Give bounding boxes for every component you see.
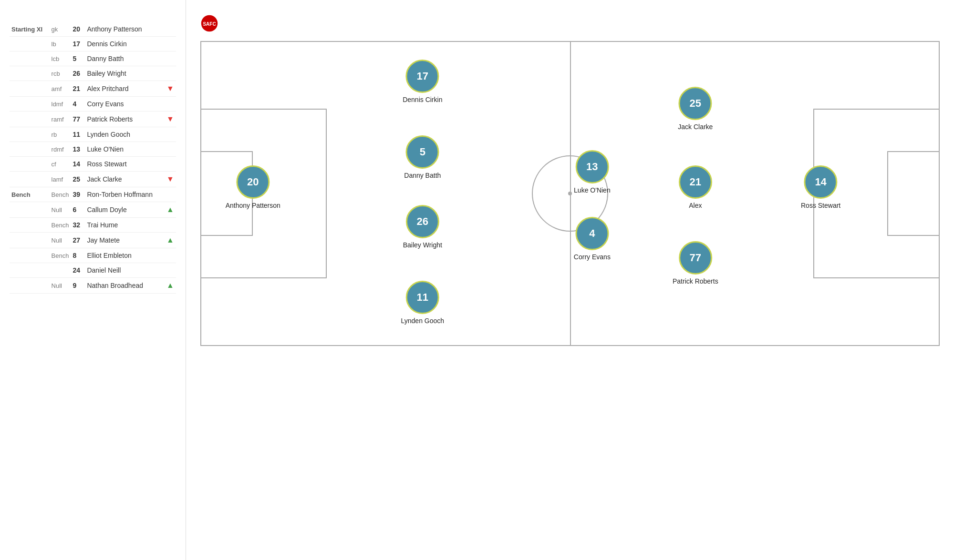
player-name: Jay Matete xyxy=(85,233,165,248)
player-number: 11 xyxy=(71,127,85,142)
player-pos: ramf xyxy=(50,112,71,127)
player-p11: 11Lynden Gooch xyxy=(401,281,445,325)
player-name: Lynden Gooch xyxy=(85,127,165,142)
arrow-down-icon: ▼ xyxy=(166,175,174,183)
section-label xyxy=(10,172,50,187)
section-label xyxy=(10,127,50,142)
player-label: Lynden Gooch xyxy=(401,317,445,325)
player-name: Anthony Patterson xyxy=(85,22,165,37)
section-label xyxy=(10,202,50,218)
player-name: Callum Doyle xyxy=(85,202,165,218)
player-label: Anthony Patterson xyxy=(226,202,280,209)
player-pos: lamf xyxy=(50,172,71,187)
player-pos: Null xyxy=(50,202,71,218)
player-number: 6 xyxy=(71,202,85,218)
player-icon xyxy=(165,263,176,278)
player-number: 14 xyxy=(71,157,85,172)
player-label: Ross Stewart xyxy=(801,202,840,209)
player-number: 5 xyxy=(71,51,85,66)
player-circle: 13 xyxy=(575,150,609,183)
player-pos: Bench xyxy=(50,218,71,233)
section-label xyxy=(10,233,50,248)
arrow-down-icon: ▼ xyxy=(166,84,174,92)
player-circle: 77 xyxy=(679,241,712,275)
section-label: Bench xyxy=(10,187,50,202)
player-p25: 25Jack Clarke xyxy=(678,87,713,131)
player-label: Danny Batth xyxy=(404,172,441,179)
right-goal-box xyxy=(887,151,939,236)
player-icon xyxy=(165,97,176,112)
player-label: Bailey Wright xyxy=(403,241,442,249)
right-goal xyxy=(939,169,940,218)
player-label: Jack Clarke xyxy=(678,123,713,131)
player-name: Bailey Wright xyxy=(85,66,165,81)
player-icon: ▲ xyxy=(165,233,176,248)
formation-header: SAFC xyxy=(200,14,940,32)
player-number: 27 xyxy=(71,233,85,248)
player-p13: 13Luke O'Nien xyxy=(574,150,611,194)
player-p17: 17Dennis Cirkin xyxy=(403,60,442,103)
player-pos: Null xyxy=(50,233,71,248)
player-number: 32 xyxy=(71,218,85,233)
player-label: Dennis Cirkin xyxy=(403,96,442,103)
section-label xyxy=(10,278,50,294)
section-label xyxy=(10,81,50,97)
player-name: Dennis Cirkin xyxy=(85,37,165,51)
player-name: Danny Batth xyxy=(85,51,165,66)
player-circle: 26 xyxy=(406,205,439,238)
svg-text:SAFC: SAFC xyxy=(203,21,216,27)
player-icon xyxy=(165,127,176,142)
player-name: Alex Pritchard xyxy=(85,81,165,97)
player-pos: Null xyxy=(50,278,71,294)
player-number: 4 xyxy=(71,97,85,112)
safc-badge-icon: SAFC xyxy=(200,14,218,32)
player-icon xyxy=(165,22,176,37)
pitch: 20Anthony Patterson17Dennis Cirkin5Danny… xyxy=(200,41,940,346)
player-pos: rcb xyxy=(50,66,71,81)
player-pos: cf xyxy=(50,157,71,172)
player-label: Corry Evans xyxy=(574,253,611,261)
player-icon xyxy=(165,37,176,51)
section-label xyxy=(10,112,50,127)
left-panel: Starting XIgk20Anthony Pattersonlb17Denn… xyxy=(0,0,186,560)
section-label xyxy=(10,51,50,66)
player-pos: rb xyxy=(50,127,71,142)
player-icon xyxy=(165,142,176,157)
player-p77: 77Patrick Roberts xyxy=(673,241,718,285)
section-label xyxy=(10,248,50,263)
player-icon xyxy=(165,218,176,233)
player-pos: Bench xyxy=(50,248,71,263)
player-pos: Bench xyxy=(50,187,71,202)
section-label xyxy=(10,157,50,172)
player-icon: ▼ xyxy=(165,112,176,127)
section-label xyxy=(10,263,50,278)
player-number: 20 xyxy=(71,22,85,37)
right-panel: SAFC 20Anthony Patterson17Dennis Cirkin5… xyxy=(186,0,954,560)
player-name: Luke O'Nien xyxy=(85,142,165,157)
team-logo: SAFC xyxy=(200,14,218,32)
player-icon: ▼ xyxy=(165,81,176,97)
section-label xyxy=(10,97,50,112)
player-p21: 21Alex xyxy=(679,165,712,209)
player-name: Trai Hume xyxy=(85,218,165,233)
player-circle: 5 xyxy=(406,135,439,169)
player-pos: ldmf xyxy=(50,97,71,112)
player-icon xyxy=(165,248,176,263)
player-circle: 11 xyxy=(406,281,439,314)
player-pos: lb xyxy=(50,37,71,51)
player-icon: ▲ xyxy=(165,278,176,294)
player-p5: 5Danny Batth xyxy=(404,135,441,179)
player-icon xyxy=(165,66,176,81)
player-pos xyxy=(50,263,71,278)
player-icon: ▼ xyxy=(165,172,176,187)
player-number: 24 xyxy=(71,263,85,278)
arrow-up-icon: ▲ xyxy=(166,281,174,289)
player-number: 77 xyxy=(71,112,85,127)
arrow-up-icon: ▲ xyxy=(166,236,174,244)
section-label xyxy=(10,218,50,233)
player-circle: 25 xyxy=(679,87,712,120)
player-icon xyxy=(165,187,176,202)
player-name: Jack Clarke xyxy=(85,172,165,187)
player-p26: 26Bailey Wright xyxy=(403,205,442,249)
section-label xyxy=(10,142,50,157)
